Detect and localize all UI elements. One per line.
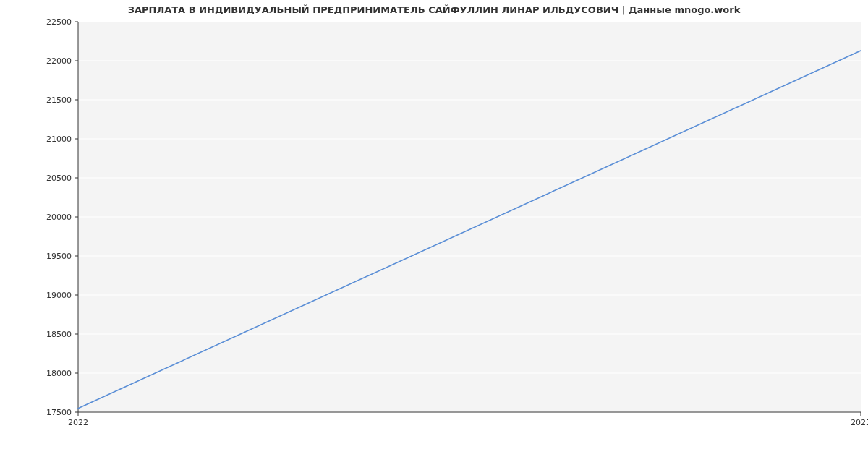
y-tick-label: 20000 <box>46 213 72 222</box>
y-tick-label: 22500 <box>46 17 72 27</box>
y-tick-label: 18500 <box>46 330 72 339</box>
y-tick-label: 17500 <box>46 408 72 417</box>
y-tick-label: 20500 <box>46 174 72 183</box>
y-tick-label: 18000 <box>46 369 72 378</box>
y-tick-label: 19500 <box>46 252 72 261</box>
x-tick-label: 2022 <box>68 418 88 427</box>
chart-svg: 1750018000185001900019500200002050021000… <box>0 0 868 470</box>
y-tick-label: 21500 <box>46 95 72 105</box>
y-tick-label: 21000 <box>46 134 72 144</box>
chart-container: ЗАРПЛАТА В ИНДИВИДУАЛЬНЫЙ ПРЕДПРИНИМАТЕЛ… <box>0 0 868 470</box>
y-tick-label: 19000 <box>46 291 72 300</box>
y-tick-label: 22000 <box>46 56 72 66</box>
x-tick-label: 2023 <box>851 418 868 427</box>
